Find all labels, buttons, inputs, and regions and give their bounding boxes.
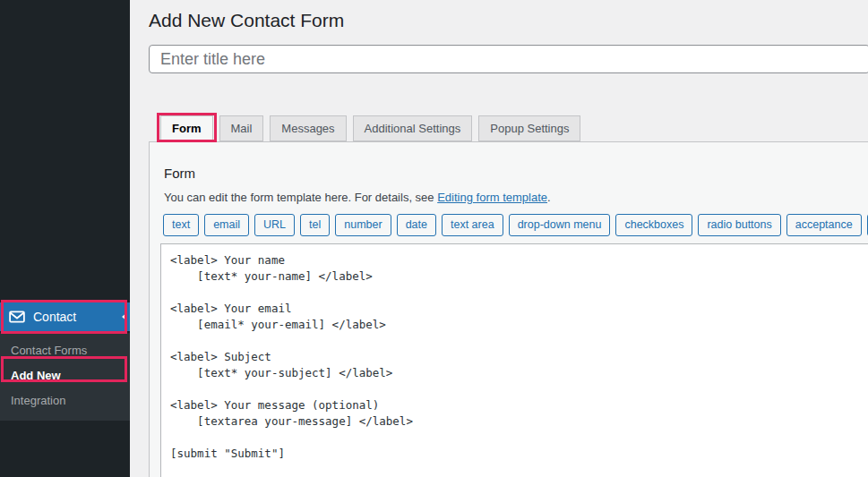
tag-button-radio-buttons[interactable]: radio buttons	[698, 214, 780, 236]
contact-submenu: Contact Forms Add New Integration	[0, 333, 130, 421]
tag-button-drop-down-menu[interactable]: drop-down menu	[509, 214, 611, 236]
title-input[interactable]	[149, 45, 868, 73]
tab-mail[interactable]: Mail	[219, 115, 264, 141]
tab-form[interactable]: Form	[160, 115, 213, 141]
form-description: You can edit the form template here. For…	[164, 191, 868, 204]
form-panel: Form You can edit the form template here…	[149, 141, 868, 477]
tag-button-acceptance[interactable]: acceptance	[786, 214, 862, 236]
tab-additional-settings[interactable]: Additional Settings	[353, 115, 473, 141]
admin-content: Add New Contact Form Form Mail Messages …	[130, 0, 868, 477]
tag-button-text-area[interactable]: text area	[442, 214, 503, 236]
tag-button-checkboxes[interactable]: checkboxes	[615, 214, 692, 236]
sidebar-item-contact-forms[interactable]: Contact Forms	[0, 338, 130, 363]
mail-icon	[9, 311, 25, 323]
form-description-text: You can edit the form template here. For…	[164, 191, 437, 204]
page-title: Add New Contact Form	[149, 8, 344, 33]
tab-popup-settings[interactable]: Popup Settings	[478, 115, 580, 141]
form-template-editor[interactable]: <label> Your name [text* your-name] </la…	[160, 243, 868, 477]
tab-form-label: Form	[172, 122, 202, 135]
editor-tabs: Form Mail Messages Additional Settings P…	[149, 115, 868, 141]
tag-button-date[interactable]: date	[397, 214, 436, 236]
tag-button-email[interactable]: email	[204, 214, 249, 236]
form-description-period: .	[547, 191, 551, 204]
tag-button-number[interactable]: number	[335, 214, 391, 236]
submenu-arrow-icon	[122, 312, 127, 321]
sidebar-item-contact[interactable]: Contact	[0, 302, 130, 331]
tag-button-url[interactable]: URL	[254, 214, 295, 236]
tag-generator-toolbar: text email URL tel number date text area…	[163, 214, 868, 236]
editing-form-template-link[interactable]: Editing form template	[437, 191, 547, 204]
sidebar-item-integration[interactable]: Integration	[0, 388, 130, 413]
sidebar-item-add-new[interactable]: Add New	[0, 363, 130, 388]
tag-button-tel[interactable]: tel	[300, 214, 330, 236]
admin-sidebar: Contact Contact Forms Add New Integratio…	[0, 0, 130, 477]
tag-button-text[interactable]: text	[163, 214, 199, 236]
tab-messages[interactable]: Messages	[270, 115, 346, 141]
form-section-heading: Form	[164, 166, 868, 181]
sidebar-item-label: Contact	[33, 310, 76, 324]
